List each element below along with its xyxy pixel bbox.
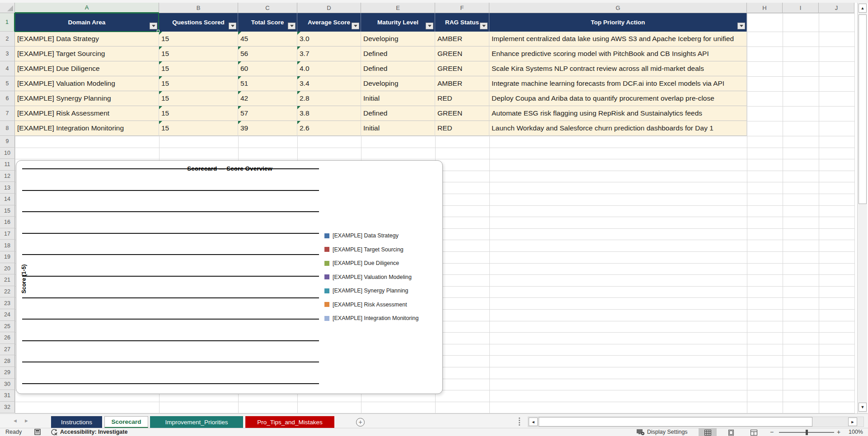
sheet-tab-improvement_priorities[interactable]: Improvement_Priorities [150,416,244,428]
cell-average-row2[interactable]: 3.0 [297,32,361,46]
vertical-scroll-thumb[interactable] [859,14,867,204]
cell-maturity-row4[interactable]: Defined [361,61,435,76]
sheet-tab-instructions[interactable]: Instructions [51,416,103,428]
row-header-19[interactable]: 19 [0,251,15,263]
legend-item[interactable]: [EXAMPLE] Synergy Planning [324,288,408,294]
horizontal-scrollbar[interactable]: ◄ ► [528,417,864,427]
row-header-12[interactable]: 12 [0,171,15,182]
filter-button[interactable] [288,23,296,29]
page-layout-view-button[interactable] [722,428,740,436]
cell-domain-row5[interactable]: [EXAMPLE] Valuation Modeling [15,76,159,91]
cell-domain-row2[interactable]: [EXAMPLE] Data Strategy [15,32,159,46]
cell-domain-row7[interactable]: [EXAMPLE] Risk Assessment [15,106,159,121]
cell-action-row8[interactable]: Launch Workday and Salesforce churn pred… [489,121,747,136]
scroll-right-button[interactable]: ► [848,417,857,426]
cell-action-row5[interactable]: Integrate machine learning forecasts fro… [489,76,747,91]
column-header-h[interactable]: H [747,3,783,13]
sheet-tab-scorecard[interactable]: Scorecard [104,416,148,428]
row-header-21[interactable]: 21 [0,274,15,286]
row-header-5[interactable]: 5 [0,76,15,91]
row-header-4[interactable]: 4 [0,61,15,76]
zoom-out-button[interactable]: − [770,428,774,436]
column-header-j[interactable]: J [819,3,854,13]
cell-questions-row4[interactable]: 15 [159,61,238,76]
row-header-28[interactable]: 28 [0,355,15,367]
row-header-29[interactable]: 29 [0,367,15,379]
macro-record-icon[interactable] [34,429,41,436]
filter-button[interactable] [229,23,236,29]
cell-average-row6[interactable]: 2.8 [297,91,361,106]
cell-maturity-row7[interactable]: Defined [361,106,435,121]
column-header-a[interactable]: A [15,3,159,13]
cell-questions-row5[interactable]: 15 [159,76,238,91]
row-header-20[interactable]: 20 [0,263,15,275]
cell-average-row7[interactable]: 3.8 [297,106,361,121]
column-header-f[interactable]: F [435,3,489,13]
cell-maturity-row3[interactable]: Defined [361,46,435,61]
row-header-6[interactable]: 6 [0,91,15,106]
scroll-left-button[interactable]: ◄ [529,417,538,426]
new-sheet-button[interactable]: + [356,418,365,427]
display-settings-label[interactable]: Display Settings [647,429,688,435]
cell-questions-row3[interactable]: 15 [159,46,238,61]
filter-button[interactable] [150,23,157,29]
cell-questions-row2[interactable]: 15 [159,32,238,46]
cell-action-row7[interactable]: Automate ESG risk flagging using RepRisk… [489,106,747,121]
cell-action-row4[interactable]: Scale Kira Systems NLP contract review a… [489,61,747,76]
filter-button[interactable] [737,23,745,29]
column-header-d[interactable]: D [297,3,361,13]
zoom-level[interactable]: 100% [849,429,863,435]
row-header-30[interactable]: 30 [0,379,15,390]
column-header-i[interactable]: I [783,3,819,13]
column-header-c[interactable]: C [238,3,297,13]
row-header-8[interactable]: 8 [0,121,15,136]
cell-rag-row3[interactable]: GREEN [435,46,489,61]
legend-item[interactable]: [EXAMPLE] Due Diligence [324,260,399,266]
cell-average-row8[interactable]: 2.6 [297,121,361,136]
cell-questions-row8[interactable]: 15 [159,121,238,136]
cell-total-row2[interactable]: 45 [238,32,297,46]
row-header-25[interactable]: 25 [0,321,15,333]
row-header-16[interactable]: 16 [0,217,15,228]
row-header-23[interactable]: 23 [0,297,15,309]
vertical-scrollbar[interactable]: ▲ ▼ [857,3,867,413]
row-header-22[interactable]: 22 [0,286,15,298]
cell-action-row6[interactable]: Deploy Coupa and Ariba data to quantify … [489,91,747,106]
cell-average-row4[interactable]: 4.0 [297,61,361,76]
cell-action-row3[interactable]: Enhance predictive scoring model with Pi… [489,46,747,61]
row-header-2[interactable]: 2 [0,32,15,46]
cell-maturity-row2[interactable]: Developing [361,32,435,46]
legend-item[interactable]: [EXAMPLE] Data Strategy [324,232,399,239]
cell-rag-row5[interactable]: AMBER [435,76,489,91]
normal-view-button[interactable] [699,428,717,436]
score-overview-chart[interactable]: Scorecard — Score Overview Score (1-5) [… [16,160,443,394]
legend-item[interactable]: [EXAMPLE] Target Sourcing [324,246,404,253]
row-header-26[interactable]: 26 [0,332,15,344]
accessibility-icon[interactable] [51,429,58,436]
row-header-11[interactable]: 11 [0,159,15,171]
cell-rag-row2[interactable]: AMBER [435,32,489,46]
filter-button[interactable] [352,23,359,29]
cell-maturity-row5[interactable]: Developing [361,76,435,91]
row-header-32[interactable]: 32 [0,402,15,413]
cell-domain-row6[interactable]: [EXAMPLE] Synergy Planning [15,91,159,106]
cell-rag-row4[interactable]: GREEN [435,61,489,76]
cell-domain-row8[interactable]: [EXAMPLE] Integration Monitoring [15,121,159,136]
cell-average-row5[interactable]: 3.4 [297,76,361,91]
zoom-slider-handle[interactable] [806,430,808,435]
row-header-31[interactable]: 31 [0,390,15,402]
legend-item[interactable]: [EXAMPLE] Valuation Modeling [324,274,412,280]
scroll-down-button[interactable]: ▼ [859,403,867,412]
sheet-nav-arrows[interactable]: ◄► [13,418,35,423]
row-header-1[interactable]: 1 [0,13,15,32]
cell-maturity-row8[interactable]: Initial [361,121,435,136]
cell-total-row8[interactable]: 39 [238,121,297,136]
tab-scrollbar-splitter[interactable] [519,417,521,426]
select-all-corner[interactable] [0,3,15,13]
cell-total-row3[interactable]: 56 [238,46,297,61]
cell-total-row5[interactable]: 51 [238,76,297,91]
cell-rag-row7[interactable]: GREEN [435,106,489,121]
cell-questions-row7[interactable]: 15 [159,106,238,121]
row-header-3[interactable]: 3 [0,46,15,61]
column-header-b[interactable]: B [159,3,238,13]
